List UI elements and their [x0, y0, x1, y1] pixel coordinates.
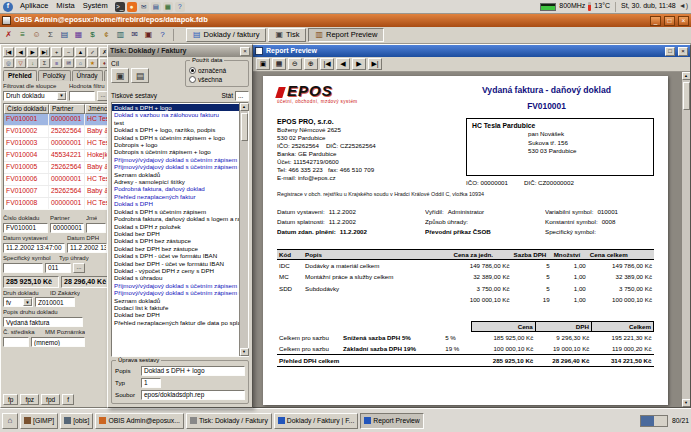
- radio-icon[interactable]: [189, 76, 196, 83]
- vat-date-input[interactable]: 11.2.2002 13: [67, 243, 107, 253]
- scrollbar-thumb[interactable]: [241, 113, 248, 141]
- list-item[interactable]: Doklad s DPH + logo, razítko, podpis: [112, 126, 239, 133]
- terminal-icon[interactable]: >_: [115, 2, 125, 12]
- taskbar-button-report-preview[interactable]: Report Preview: [360, 413, 423, 429]
- print-icon[interactable]: ▣: [256, 58, 270, 70]
- list-item[interactable]: test: [112, 119, 239, 126]
- preview-maximize-button[interactable]: □: [665, 47, 675, 56]
- printer-icon[interactable]: ▣: [111, 68, 129, 83]
- last-page-icon[interactable]: ▶|: [368, 58, 382, 70]
- home-icon[interactable]: ⌂: [75, 58, 86, 68]
- issue-date-input[interactable]: 11.2.2002 13:47:00: [3, 243, 65, 253]
- maximize-button[interactable]: □: [664, 16, 675, 26]
- list-item[interactable]: Dodací list k faktuře: [112, 304, 239, 311]
- mail-icon[interactable]: ✉: [139, 2, 149, 12]
- zoom-out-icon[interactable]: ⊖: [288, 58, 302, 70]
- list-item[interactable]: Doklad s DPH bez zástupce: [112, 237, 239, 244]
- taskbar-button-tisk-doklady-faktury[interactable]: Tisk: Doklady / Faktury: [186, 413, 272, 429]
- report-popis-input[interactable]: Doklad s DPH + logo: [141, 366, 245, 376]
- report-typ-input[interactable]: 1: [141, 378, 161, 388]
- chevron-down-icon[interactable]: ▼: [23, 298, 32, 306]
- clock[interactable]: St, 30. dub, 11:48: [621, 2, 676, 10]
- filter-column-select[interactable]: Druh dokladu ▼: [3, 91, 67, 101]
- first-record-icon[interactable]: |◀: [3, 47, 14, 57]
- quick-button-fpd[interactable]: fpd: [41, 394, 60, 405]
- delete-record-icon[interactable]: −: [63, 47, 74, 57]
- specific-symbol-input[interactable]: [3, 263, 43, 273]
- list-item[interactable]: Doklad bez DPH: [112, 311, 239, 318]
- first-page-icon[interactable]: |◀: [320, 58, 334, 70]
- grid-col-partner[interactable]: Partner: [49, 104, 85, 114]
- report-preview-titlebar[interactable]: Report Preview □ ×: [253, 45, 690, 57]
- writer-icon[interactable]: ▤: [151, 2, 161, 12]
- list-item[interactable]: Doklad bez DPH: [112, 230, 239, 237]
- preview-close-button[interactable]: ×: [678, 47, 688, 56]
- scroll-down-icon[interactable]: ▼: [240, 348, 249, 356]
- tab-přehled[interactable]: Přehled: [3, 70, 37, 81]
- payment-type-input[interactable]: 011: [45, 263, 71, 273]
- sum-icon[interactable]: Σ: [39, 58, 50, 68]
- list-item[interactable]: Adresy - samolepící štítky: [112, 178, 239, 185]
- filter-value-input[interactable]: [69, 91, 95, 101]
- stock-icon[interactable]: ▥: [114, 29, 127, 42]
- firm-input[interactable]: [86, 223, 106, 233]
- tab-úhrady[interactable]: Úhrady: [72, 70, 103, 81]
- zoom-in-icon[interactable]: ⊕: [304, 58, 318, 70]
- grid-col-číslo-dokladu[interactable]: Číslo dokladu: [4, 104, 49, 114]
- list-item[interactable]: Příjmový/výdajový doklad s účetním zápis…: [112, 163, 239, 170]
- list-item[interactable]: Doklad bez DPH bez zástupce: [112, 245, 239, 252]
- export-icon[interactable]: ▦: [272, 58, 286, 70]
- help-icon[interactable]: ?: [175, 2, 185, 12]
- list-item[interactable]: Doklad s DPH s účetním zápisem: [112, 208, 239, 215]
- taskbar-button-gimp[interactable]: [GIMP]: [20, 413, 58, 429]
- prev-page-icon[interactable]: ◀: [336, 58, 350, 70]
- sum-icon[interactable]: Σ: [44, 29, 57, 42]
- taskbar-button-obis[interactable]: [obis]: [60, 413, 93, 429]
- list-item[interactable]: Seznam dokladů: [112, 171, 239, 178]
- doc-type-select[interactable]: fv ▼: [3, 297, 33, 307]
- doc-type-desc-input[interactable]: Vydaná faktura: [3, 317, 83, 327]
- list-item[interactable]: Doklad s úhradou: [112, 274, 239, 281]
- apptab-doklady-faktury[interactable]: ▤Doklady / faktury: [186, 28, 266, 42]
- menu-aplikace[interactable]: Aplikace: [16, 2, 52, 11]
- list-item[interactable]: Příjmový/výdajový doklad s účetním zápis…: [112, 289, 239, 296]
- doc-id-input[interactable]: FV010001: [3, 223, 48, 233]
- reports-icon[interactable]: ▣: [142, 29, 155, 42]
- list-item[interactable]: Doklad s DPH: [112, 200, 239, 207]
- list-item[interactable]: Doklad bez DPH - účet ve formátu IBAN: [112, 260, 239, 267]
- workspace-1[interactable]: [641, 416, 654, 426]
- insert-record-icon[interactable]: +: [51, 47, 62, 57]
- list-item[interactable]: Příjmový/výdajový doklad s účetním zápis…: [112, 156, 239, 163]
- radio-označená[interactable]: označená: [189, 66, 245, 75]
- spreadsheet-icon[interactable]: ▦: [163, 2, 173, 12]
- list-item[interactable]: Podrobná faktura, daňový doklad s logem …: [112, 215, 239, 222]
- list-item[interactable]: Doklad s DPH - účet ve formátu IBAN: [112, 252, 239, 259]
- tab-položky[interactable]: Položky: [38, 70, 71, 81]
- list-item[interactable]: Dobropis s účetním zápisem + logo: [112, 148, 239, 155]
- close-button[interactable]: ×: [678, 16, 689, 26]
- preview-icon[interactable]: ▤: [131, 68, 149, 83]
- sort-icon[interactable]: ↓: [27, 58, 38, 68]
- prev-record-icon[interactable]: ◀: [15, 47, 26, 57]
- taskbar-button-doklady-faktury-f[interactable]: Doklady / Faktury | F...: [274, 413, 359, 429]
- scrollbar-thumb[interactable]: [683, 82, 690, 110]
- list-item[interactable]: Doklad - výpočet DPH z ceny s DPH: [112, 267, 239, 274]
- help-icon[interactable]: ?: [156, 29, 169, 42]
- mail-icon[interactable]: ✉: [63, 58, 74, 68]
- list-icon[interactable]: ≡: [51, 58, 62, 68]
- apptab-report-preview[interactable]: ▥Report Preview: [308, 28, 384, 42]
- list-item[interactable]: Přehled nezaplacených faktur dle data po…: [112, 319, 239, 326]
- menu-systém[interactable]: Systém: [79, 2, 112, 11]
- invoices-icon[interactable]: ▦: [72, 29, 85, 42]
- print-dialog-close-button[interactable]: ×: [240, 47, 250, 56]
- filter-icon[interactable]: ▽: [15, 58, 26, 68]
- list-item[interactable]: Dobropis + logo: [112, 141, 239, 148]
- radio-všechna[interactable]: všechna: [189, 75, 245, 84]
- stat-input[interactable]: ...: [235, 91, 249, 101]
- list-item[interactable]: Doklad s DPH z položek: [112, 223, 239, 230]
- list-item[interactable]: Podrobná faktura, daňový doklad: [112, 185, 239, 192]
- list-item[interactable]: Přehled nezaplacených faktur: [112, 193, 239, 200]
- print-dialog-titlebar[interactable]: Tisk: Doklady / Faktury ×: [108, 45, 252, 57]
- scroll-down-icon[interactable]: ▼: [682, 399, 691, 407]
- workspace-pager[interactable]: [640, 415, 668, 427]
